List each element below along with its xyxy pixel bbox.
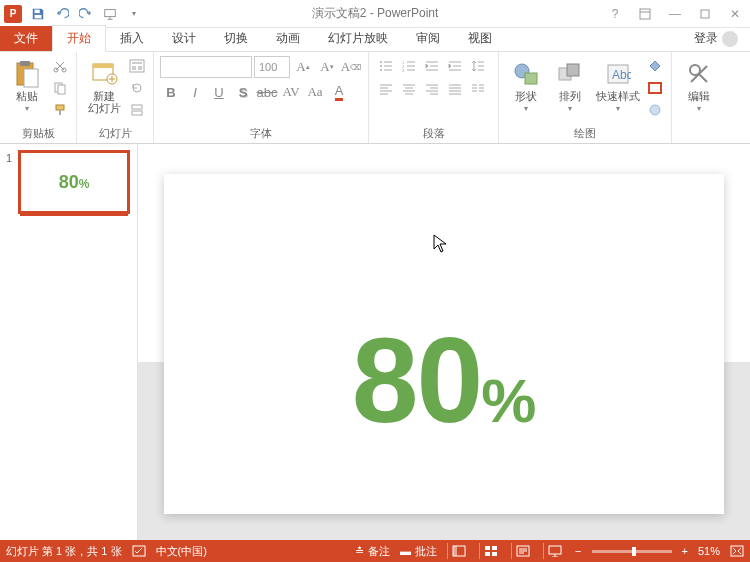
reading-view-button[interactable] — [511, 543, 533, 559]
svg-rect-0 — [35, 9, 40, 13]
bold-button[interactable]: B — [160, 81, 182, 103]
thumbnail-selection-bar — [20, 214, 128, 216]
new-slide-button[interactable]: 新建 幻灯片 — [83, 56, 125, 114]
align-left-button[interactable] — [375, 79, 397, 99]
slide-text-content[interactable]: 80% — [352, 326, 537, 434]
quick-styles-button[interactable]: Abc 快速样式▾ — [593, 56, 643, 113]
zoom-slider[interactable] — [592, 550, 672, 553]
paste-label: 粘贴 — [16, 90, 38, 102]
zoom-out-button[interactable]: − — [575, 545, 581, 557]
svg-rect-41 — [492, 546, 497, 550]
shadow-button[interactable]: S — [232, 81, 254, 103]
align-center-button[interactable] — [398, 79, 420, 99]
svg-rect-39 — [453, 546, 457, 556]
format-painter-button[interactable] — [50, 100, 70, 120]
strikethrough-button[interactable]: abc — [256, 81, 278, 103]
italic-button[interactable]: I — [184, 81, 206, 103]
new-slide-icon — [90, 60, 118, 88]
reset-button[interactable] — [127, 78, 147, 98]
char-spacing-button[interactable]: AV — [280, 81, 302, 103]
spellcheck-status[interactable] — [132, 545, 146, 557]
sign-in[interactable]: 登录 — [682, 26, 750, 51]
svg-rect-43 — [492, 552, 497, 556]
arrange-label: 排列 — [559, 90, 581, 102]
copy-button[interactable] — [50, 78, 70, 98]
slide-canvas[interactable]: 80% — [164, 174, 724, 514]
shapes-icon — [512, 60, 540, 88]
change-case-button[interactable]: Aa — [304, 81, 326, 103]
numbering-button[interactable]: 123 — [398, 56, 420, 76]
svg-rect-31 — [567, 64, 579, 76]
layout-button[interactable] — [127, 56, 147, 76]
shapes-button[interactable]: 形状▾ — [505, 56, 547, 113]
svg-point-36 — [690, 65, 700, 75]
align-right-button[interactable] — [421, 79, 443, 99]
zoom-level[interactable]: 51% — [698, 545, 720, 557]
tab-file[interactable]: 文件 — [0, 26, 52, 51]
tab-view[interactable]: 视图 — [454, 26, 506, 51]
slide-thumbnail-panel[interactable]: 1 80% — [0, 144, 138, 540]
columns-button[interactable] — [467, 79, 489, 99]
normal-view-button[interactable] — [447, 543, 469, 559]
language-status[interactable]: 中文(中国) — [156, 544, 207, 559]
group-paragraph: 123 段落 — [369, 52, 499, 143]
sorter-view-button[interactable] — [479, 543, 501, 559]
shape-fill-button[interactable] — [645, 56, 665, 76]
ribbon-options-button[interactable] — [630, 2, 660, 26]
svg-rect-46 — [731, 546, 743, 556]
decrease-indent-button[interactable] — [421, 56, 443, 76]
shape-effects-button[interactable] — [645, 100, 665, 120]
increase-font-button[interactable]: A▴ — [292, 56, 314, 78]
start-slideshow-button[interactable] — [98, 2, 122, 26]
paste-button[interactable]: 粘贴 ▾ — [6, 56, 48, 113]
thumbnail-item-1[interactable]: 1 80% — [6, 152, 131, 212]
fit-to-window-button[interactable] — [730, 545, 744, 557]
tab-home[interactable]: 开始 — [52, 25, 106, 52]
slide-count[interactable]: 幻灯片 第 1 张，共 1 张 — [6, 544, 122, 559]
svg-rect-14 — [93, 64, 113, 68]
tab-slideshow[interactable]: 幻灯片放映 — [314, 26, 402, 51]
maximize-button[interactable] — [690, 2, 720, 26]
minimize-button[interactable]: — — [660, 2, 690, 26]
chevron-down-icon: ▾ — [25, 104, 29, 113]
tab-transitions[interactable]: 切换 — [210, 26, 262, 51]
comments-button[interactable]: ▬ 批注 — [400, 544, 437, 559]
zoom-in-button[interactable]: + — [682, 545, 688, 557]
thumbnail-slide[interactable]: 80% — [20, 152, 128, 212]
cut-button[interactable] — [50, 56, 70, 76]
justify-button[interactable] — [444, 79, 466, 99]
undo-button[interactable] — [50, 2, 74, 26]
tab-insert[interactable]: 插入 — [106, 26, 158, 51]
font-family-combo[interactable] — [160, 56, 252, 78]
decrease-font-button[interactable]: A▾ — [316, 56, 338, 78]
zoom-thumb[interactable] — [632, 547, 636, 556]
new-slide-label: 新建 幻灯片 — [88, 90, 121, 114]
tab-review[interactable]: 审阅 — [402, 26, 454, 51]
clear-format-button[interactable]: A⌫ — [340, 56, 362, 78]
svg-point-22 — [380, 61, 382, 63]
help-button[interactable]: ? — [600, 2, 630, 26]
increase-indent-button[interactable] — [444, 56, 466, 76]
svg-rect-29 — [525, 73, 537, 84]
section-button[interactable] — [127, 100, 147, 120]
arrange-button[interactable]: 排列▾ — [549, 56, 591, 113]
underline-button[interactable]: U — [208, 81, 230, 103]
slideshow-view-button[interactable] — [543, 543, 565, 559]
save-button[interactable] — [26, 2, 50, 26]
close-button[interactable]: ✕ — [720, 2, 750, 26]
slide-editor[interactable]: 80% — [138, 144, 750, 540]
tab-design[interactable]: 设计 — [158, 26, 210, 51]
bullets-button[interactable] — [375, 56, 397, 76]
line-spacing-button[interactable] — [467, 56, 489, 76]
group-slides: 新建 幻灯片 幻灯片 — [77, 52, 154, 143]
group-font: 100 A▴ A▾ A⌫ B I U S abc AV Aa A 字体 — [154, 52, 369, 143]
font-size-combo[interactable]: 100 — [254, 56, 290, 78]
qat-customize-dropdown[interactable]: ▾ — [122, 2, 146, 26]
font-color-button[interactable]: A — [328, 81, 350, 103]
redo-button[interactable] — [74, 2, 98, 26]
tab-animations[interactable]: 动画 — [262, 26, 314, 51]
shape-outline-button[interactable] — [645, 78, 665, 98]
notes-button[interactable]: ≛ 备注 — [355, 544, 390, 559]
editing-button[interactable]: 编辑▾ — [678, 56, 720, 113]
sign-in-label: 登录 — [694, 30, 718, 47]
